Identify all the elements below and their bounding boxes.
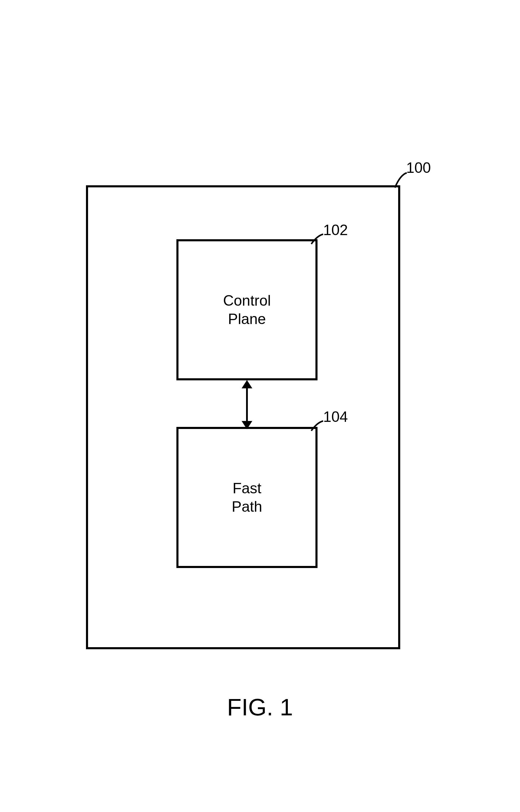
double-arrow-icon xyxy=(238,379,256,430)
outer-container: Control Plane Fast Path xyxy=(86,185,400,649)
reference-label-104: 104 xyxy=(323,408,348,425)
reference-label-102: 102 xyxy=(323,221,348,239)
control-plane-line2: Plane xyxy=(228,310,266,329)
figure-caption: FIG. 1 xyxy=(0,694,520,721)
leader-line-104-icon xyxy=(309,419,325,433)
reference-label-100: 100 xyxy=(406,159,431,176)
fast-path-box: Fast Path xyxy=(176,427,317,568)
fast-path-line1: Fast xyxy=(232,479,261,498)
svg-marker-1 xyxy=(242,380,252,388)
svg-marker-2 xyxy=(242,421,252,429)
control-plane-line1: Control xyxy=(223,291,271,310)
control-plane-box: Control Plane xyxy=(176,239,317,381)
fast-path-line2: Path xyxy=(232,497,262,516)
leader-line-102-icon xyxy=(309,233,325,246)
leader-line-100-icon xyxy=(391,171,409,191)
